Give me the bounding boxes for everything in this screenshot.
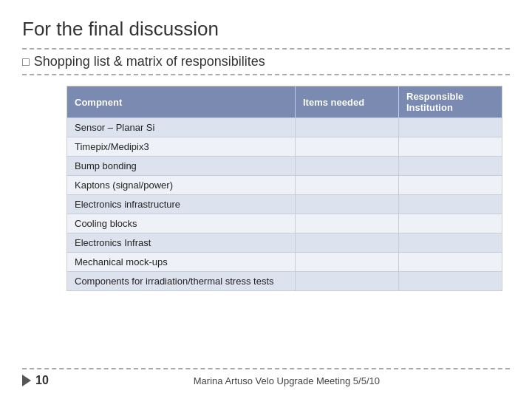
items-cell — [296, 233, 399, 253]
responsible-cell — [399, 137, 502, 157]
table-row: Timepix/Medipix3 — [67, 137, 502, 157]
page-number: 10 — [22, 374, 49, 387]
arrow-icon — [22, 375, 31, 386]
bullet-icon: □ — [22, 55, 30, 69]
component-cell: Cooling blocks — [67, 214, 296, 233]
component-cell: Timepix/Medipix3 — [67, 137, 296, 157]
items-cell — [296, 214, 399, 233]
footer-row: 10 Marina Artuso Velo Upgrade Meeting 5/… — [22, 368, 510, 387]
table-row: Sensor – Planar Si — [67, 118, 502, 137]
slide-page: For the final discussion □ Shopping list… — [0, 0, 532, 399]
responsible-cell — [399, 233, 502, 253]
responsibility-table: Compnent Items needed Responsible Instit… — [66, 86, 502, 291]
slide-title: For the final discussion — [22, 18, 510, 41]
items-cell — [296, 195, 399, 214]
items-cell — [296, 118, 399, 137]
table-header-row: Compnent Items needed Responsible Instit… — [67, 86, 502, 118]
responsible-cell — [399, 272, 502, 291]
component-cell: Bump bonding — [67, 157, 296, 176]
component-cell: Kaptons (signal/power) — [67, 176, 296, 195]
responsible-cell — [399, 214, 502, 233]
col-header-responsible: Responsible Institution — [399, 86, 502, 118]
component-cell: Components for irradiation/thermal stres… — [67, 272, 296, 291]
items-cell — [296, 272, 399, 291]
component-cell: Mechanical mock-ups — [67, 253, 296, 272]
responsible-cell — [399, 157, 502, 176]
table-row: Electronics infrastructure — [67, 195, 502, 214]
table-row: Electronics Infrast — [67, 233, 502, 253]
component-cell: Electronics infrastructure — [67, 195, 296, 214]
component-cell: Electronics Infrast — [67, 233, 296, 253]
subtitle-row: □ Shopping list & matrix of responsibili… — [22, 48, 510, 75]
responsible-cell — [399, 195, 502, 214]
items-cell — [296, 176, 399, 195]
col-header-component: Compnent — [67, 86, 296, 118]
responsible-cell — [399, 176, 502, 195]
slide-subtitle: Shopping list & matrix of responsibilite… — [34, 54, 265, 69]
responsible-cell — [399, 118, 502, 137]
items-cell — [296, 137, 399, 157]
table-row: Bump bonding — [67, 157, 502, 176]
table-row: Cooling blocks — [67, 214, 502, 233]
table-row: Mechanical mock-ups — [67, 253, 502, 272]
footer-text: Marina Artuso Velo Upgrade Meeting 5/5/1… — [64, 375, 510, 386]
table-row: Components for irradiation/thermal stres… — [67, 272, 502, 291]
component-cell: Sensor – Planar Si — [67, 118, 296, 137]
table-wrapper: Compnent Items needed Responsible Instit… — [66, 86, 502, 362]
responsible-cell — [399, 253, 502, 272]
col-header-items: Items needed — [296, 86, 399, 118]
table-row: Kaptons (signal/power) — [67, 176, 502, 195]
items-cell — [296, 253, 399, 272]
items-cell — [296, 157, 399, 176]
